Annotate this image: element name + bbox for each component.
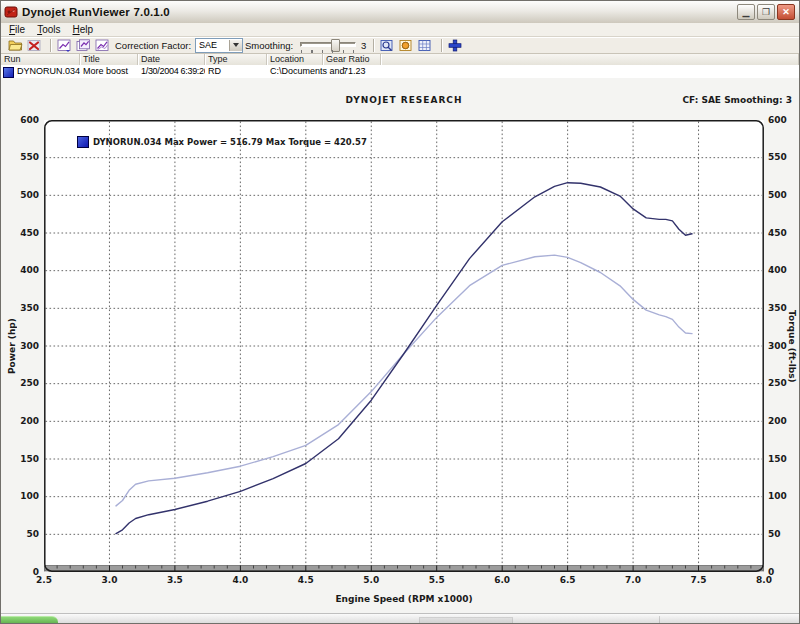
y-axis-ticks-right: 050100150200250300350400450500550600	[766, 120, 800, 572]
tick-label: 5.0	[358, 575, 384, 585]
graph-run-button[interactable]	[56, 38, 72, 53]
column-header-title[interactable]: Title	[80, 54, 138, 65]
graph-add-button[interactable]	[75, 38, 91, 53]
tick-label: 300	[768, 341, 800, 352]
toolbar-separator	[441, 39, 442, 52]
column-header-empty	[381, 54, 799, 65]
tick-label: 250	[1, 378, 39, 389]
tick-label: 3.0	[96, 575, 122, 585]
tick-label: 50	[1, 529, 39, 540]
tick-label: 7.0	[620, 575, 646, 585]
tick-label: 400	[768, 265, 800, 276]
legend-swatch	[77, 136, 89, 148]
chart-title: DYNOJET RESEARCH	[44, 95, 764, 105]
slider-ticks	[301, 50, 355, 53]
window-title: Dynojet RunViewer 7.0.1.0	[22, 6, 170, 18]
gear-ratio-cell: 71.23	[323, 65, 381, 78]
tick-label: 150	[768, 454, 800, 465]
tick-label: 300	[1, 341, 39, 352]
run-file-icon	[3, 67, 14, 78]
app-window: Dynojet RunViewer 7.0.1.0 ▁ ❐ ✕ File Too…	[0, 0, 800, 624]
type-cell: RD	[205, 65, 267, 78]
highlight-tool-button[interactable]	[398, 38, 414, 53]
tick-label: 200	[768, 416, 800, 427]
open-folder-icon	[8, 39, 23, 52]
tick-label: 5.5	[424, 575, 450, 585]
correction-factor-value: SAE	[196, 40, 229, 50]
y-axis-ticks-left: 050100150200250300350400450500550600	[1, 120, 39, 572]
slider-track	[300, 42, 356, 47]
smoothing-label: Smoothing:	[245, 40, 293, 51]
tick-label: 250	[768, 378, 800, 389]
menu-tools[interactable]: Tools	[31, 24, 66, 35]
highlight-tool-icon	[399, 39, 413, 52]
tick-label: 550	[1, 152, 39, 163]
table-row[interactable]: DYNORUN.034 More boost 1/30/2004 6:39:26…	[1, 65, 799, 78]
tick-label: 450	[1, 228, 39, 239]
smoothing-value: 3	[361, 40, 366, 51]
close-button[interactable]: ✕	[777, 4, 795, 20]
tick-label: 4.0	[227, 575, 253, 585]
legend-text: DYNORUN.034 Max Power = 516.79 Max Torqu…	[93, 137, 367, 147]
column-header-type[interactable]: Type	[205, 54, 267, 65]
tick-label: 350	[768, 303, 800, 314]
toolbar-separator	[50, 39, 51, 52]
tick-label: 4.5	[293, 575, 319, 585]
close-run-icon	[27, 39, 41, 52]
close-run-button[interactable]	[26, 38, 42, 53]
app-icon	[4, 5, 18, 19]
graph-overlay-icon	[95, 39, 110, 52]
x-axis-label: Engine Speed (RPM x1000)	[44, 594, 764, 604]
tick-label: 450	[768, 228, 800, 239]
taskbar	[1, 613, 799, 624]
grid-tool-button[interactable]	[417, 38, 433, 53]
menu-help[interactable]: Help	[66, 24, 99, 35]
tick-label: 2.5	[31, 575, 57, 585]
chevron-down-icon[interactable]	[229, 40, 242, 51]
menu-file[interactable]: File	[3, 24, 31, 35]
tick-label: 8.0	[751, 575, 777, 585]
restore-button[interactable]: ❐	[757, 4, 775, 20]
zoom-tool-button[interactable]	[379, 38, 395, 53]
column-header-run[interactable]: Run	[1, 54, 80, 65]
tick-label: 200	[1, 416, 39, 427]
crosshair-tool-button[interactable]	[447, 38, 463, 53]
toolbar-separator	[373, 39, 374, 52]
tick-label: 400	[1, 265, 39, 276]
graph-run-icon	[57, 39, 72, 52]
tick-label: 100	[1, 491, 39, 502]
column-header-gear-ratio[interactable]: Gear Ratio	[323, 54, 381, 65]
graph-add-icon	[76, 39, 91, 52]
toolbar: Correction Factor: SAE Smoothing: 3	[1, 37, 799, 54]
open-run-button[interactable]	[7, 38, 23, 53]
crosshair-icon	[448, 39, 462, 52]
tick-label: 500	[768, 190, 800, 201]
correction-factor-label: Correction Factor:	[115, 40, 191, 51]
zoom-tool-icon	[380, 39, 394, 52]
tick-label: 100	[768, 491, 800, 502]
chart-panel: DYNOJET RESEARCH CF: SAE Smoothing: 3 Po…	[1, 78, 799, 613]
tick-label: 350	[1, 303, 39, 314]
chart-legend: DYNORUN.034 Max Power = 516.79 Max Torqu…	[77, 136, 367, 148]
run-name: DYNORUN.034	[17, 65, 80, 78]
taskbar-button[interactable]	[419, 617, 513, 624]
smoothing-slider[interactable]	[300, 38, 356, 52]
chart-cf-info: CF: SAE Smoothing: 3	[682, 95, 792, 105]
column-header-date[interactable]: Date	[138, 54, 205, 65]
minimize-button[interactable]: ▁	[737, 4, 755, 20]
tick-label: 6.5	[555, 575, 581, 585]
tick-label: 550	[768, 152, 800, 163]
menu-bar: File Tools Help	[1, 23, 799, 37]
title-bar[interactable]: Dynojet RunViewer 7.0.1.0 ▁ ❐ ✕	[1, 1, 799, 24]
tick-label: 500	[1, 190, 39, 201]
location-cell: C:\Documents and	[267, 65, 323, 78]
column-header-location[interactable]: Location	[267, 54, 323, 65]
tick-label: 7.5	[686, 575, 712, 585]
tick-label: 600	[768, 115, 800, 126]
correction-factor-select[interactable]: SAE	[195, 38, 243, 53]
tick-label: 600	[1, 115, 39, 126]
window-controls: ▁ ❐ ✕	[737, 4, 799, 20]
plot-area	[44, 120, 764, 572]
graph-overlay-button[interactable]	[94, 38, 110, 53]
start-button[interactable]	[1, 616, 58, 624]
